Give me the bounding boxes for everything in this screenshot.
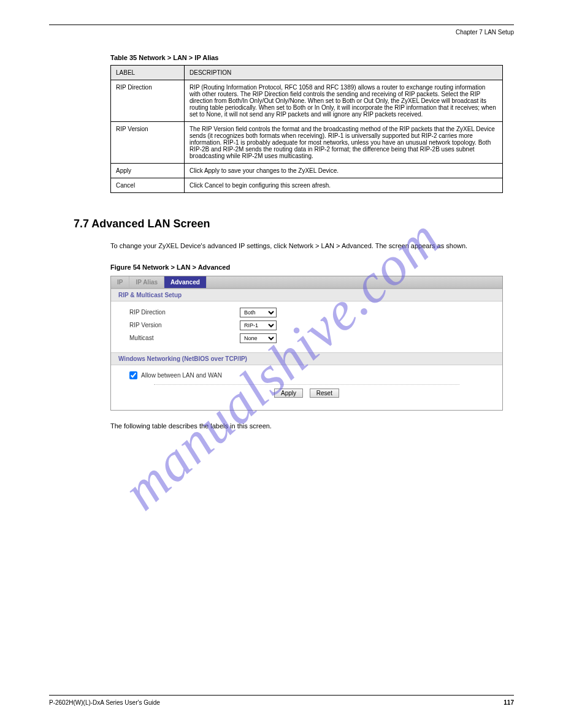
panel-body-netbios: Allow between LAN and WAN Apply Reset	[111, 365, 502, 410]
select-multicast[interactable]: None	[240, 333, 277, 343]
tab-bar: IP IP Alias Advanced	[111, 276, 502, 289]
table-row: Cancel Click Cancel to begin configuring…	[111, 178, 503, 193]
table-header-label: LABEL	[111, 66, 185, 80]
table-row: Apply Click Apply to save your changes t…	[111, 164, 503, 178]
tab-ip[interactable]: IP	[111, 276, 129, 288]
checkbox-row-allow-lan-wan[interactable]: Allow between LAN and WAN	[129, 371, 484, 379]
body-paragraph: To change your ZyXEL Device's advanced I…	[110, 241, 503, 251]
apply-button[interactable]: Apply	[274, 389, 303, 398]
field-row: Multicast None	[129, 333, 484, 343]
footer-right: 117	[504, 699, 514, 706]
reset-button[interactable]: Reset	[310, 389, 339, 398]
table-caption: Table 35 Network > LAN > IP Alias	[110, 54, 514, 61]
figure-caption: Figure 54 Network > LAN > Advanced	[110, 264, 514, 271]
label-description-table: LABEL DESCRIPTION RIP Direction RIP (Rou…	[110, 65, 503, 193]
field-label-rip-version: RIP Version	[129, 322, 240, 328]
cell-label: Apply	[111, 164, 185, 178]
section-heading: 7.7 Advanced LAN Screen	[74, 218, 514, 230]
cell-label: RIP Direction	[111, 80, 185, 122]
section-rip-multicast: RIP & Multicast Setup	[111, 289, 502, 301]
field-row: RIP Direction Both	[129, 308, 484, 317]
checkbox-label: Allow between LAN and WAN	[141, 372, 222, 379]
select-rip-version[interactable]: RIP-1	[240, 320, 277, 330]
panel-body-rip: RIP Direction Both RIP Version RIP-1 Mul…	[111, 301, 502, 352]
field-label-rip-direction: RIP Direction	[129, 309, 240, 316]
tab-advanced[interactable]: Advanced	[164, 276, 207, 288]
body-paragraph-2: The following table describes the labels…	[110, 422, 503, 431]
cell-desc: The RIP Version field controls the forma…	[185, 122, 503, 164]
header-rule	[49, 25, 514, 25]
cell-desc: RIP (Routing Information Protocol, RFC 1…	[185, 80, 503, 122]
tab-ip-alias[interactable]: IP Alias	[129, 276, 164, 288]
select-rip-direction[interactable]: Both	[240, 308, 277, 317]
page-footer: P-2602H(W)(L)-DxA Series User's Guide 11…	[49, 695, 514, 706]
table-header-description: DESCRIPTION	[185, 66, 503, 80]
cell-label: RIP Version	[111, 122, 185, 164]
section-windows-networking: Windows Networking (NetBIOS over TCP/IP)	[111, 352, 502, 365]
page-header: Chapter 7 LAN Setup	[49, 29, 514, 36]
cell-desc: Click Cancel to begin configuring this s…	[185, 178, 503, 193]
cell-desc: Click Apply to save your changes to the …	[185, 164, 503, 178]
footer-left: P-2602H(W)(L)-DxA Series User's Guide	[49, 699, 160, 706]
cell-label: Cancel	[111, 178, 185, 193]
table-row: RIP Direction RIP (Routing Information P…	[111, 80, 503, 122]
button-row: Apply Reset	[154, 384, 459, 404]
advanced-lan-figure: IP IP Alias Advanced RIP & Multicast Set…	[110, 276, 503, 411]
field-row: RIP Version RIP-1	[129, 320, 484, 330]
field-label-multicast: Multicast	[129, 335, 240, 341]
table-row: RIP Version The RIP Version field contro…	[111, 122, 503, 164]
checkbox-allow-lan-wan[interactable]	[129, 371, 137, 379]
